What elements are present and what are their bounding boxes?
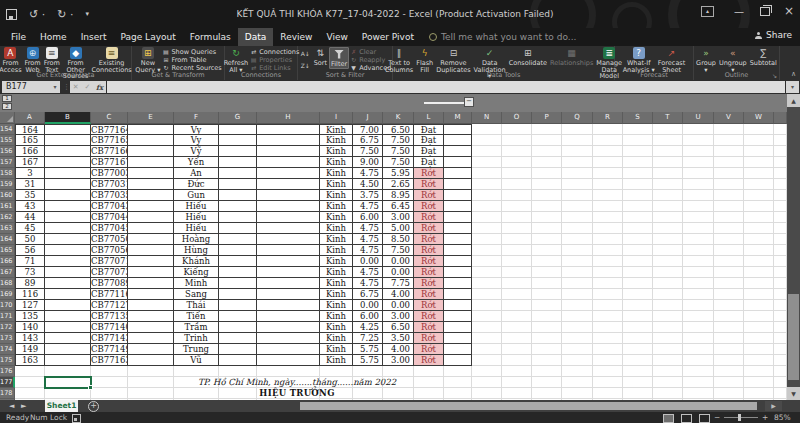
- cell-M163[interactable]: [444, 223, 472, 234]
- cell-B173[interactable]: [45, 333, 91, 344]
- undo-button[interactable]: ↺ ·: [29, 9, 45, 20]
- formula-input[interactable]: [107, 81, 785, 93]
- cell-F172[interactable]: Trầm: [174, 322, 219, 333]
- cell-L156[interactable]: Đạt: [414, 146, 444, 157]
- cell-M155[interactable]: [444, 135, 472, 146]
- cell-G172[interactable]: [219, 322, 257, 333]
- cell-E162[interactable]: [128, 212, 174, 223]
- cell-J170[interactable]: 0.00: [353, 300, 383, 311]
- row-header-169[interactable]: 169: [0, 289, 15, 300]
- cell-J162[interactable]: 6.00: [353, 212, 383, 223]
- row-header-167[interactable]: 167: [0, 267, 15, 278]
- cell-J154[interactable]: 7.00: [353, 124, 383, 135]
- cell-C160[interactable]: CB77035: [91, 190, 128, 201]
- cell-G171[interactable]: [219, 311, 257, 322]
- cell-C172[interactable]: CB77140: [91, 322, 128, 333]
- zoom-in-button[interactable]: +: [762, 412, 768, 423]
- cell-E161[interactable]: [128, 201, 174, 212]
- row-header-161[interactable]: 161: [0, 201, 15, 212]
- cell-M161[interactable]: [444, 201, 472, 212]
- column-header-N[interactable]: N: [472, 112, 502, 124]
- cell-E164[interactable]: [128, 234, 174, 245]
- cell-K174[interactable]: 4.00: [383, 344, 414, 355]
- cell-A175[interactable]: 163: [15, 355, 45, 366]
- column-header-S[interactable]: S: [623, 112, 653, 124]
- cell-M165[interactable]: [444, 245, 472, 256]
- text-to-columns-button[interactable]: ∥Text to Columns: [384, 47, 414, 73]
- cell-E170[interactable]: [128, 300, 174, 311]
- cell-F162[interactable]: Hiếu: [174, 212, 219, 223]
- cell-E163[interactable]: [128, 223, 174, 234]
- cell-G159[interactable]: [219, 179, 257, 190]
- cell-L166[interactable]: Rớt: [414, 256, 444, 267]
- cell-G169[interactable]: [219, 289, 257, 300]
- cell-L157[interactable]: Đạt: [414, 157, 444, 168]
- column-header-I[interactable]: I: [320, 112, 353, 124]
- from-access-button[interactable]: AFrom Access: [0, 47, 23, 73]
- ungroup-button[interactable]: «Ungroup ▾: [718, 47, 748, 73]
- cell-G163[interactable]: [219, 223, 257, 234]
- expand-formula-bar-icon[interactable]: ▾: [786, 81, 799, 93]
- cell-F164[interactable]: Hoàng: [174, 234, 219, 245]
- cell-J175[interactable]: 5.75: [353, 355, 383, 366]
- cell-L170[interactable]: Rớt: [414, 300, 444, 311]
- row-header-171[interactable]: 171: [0, 311, 15, 322]
- tab-review[interactable]: Review: [273, 28, 319, 46]
- connections-button[interactable]: ⇄Connections: [250, 48, 299, 55]
- tab-formulas[interactable]: Formulas: [183, 28, 238, 46]
- cell-B166[interactable]: [45, 256, 91, 267]
- cell-I160[interactable]: Kinh: [320, 190, 353, 201]
- cell-F166[interactable]: Khánh: [174, 256, 219, 267]
- cell-G167[interactable]: [219, 267, 257, 278]
- column-header-B[interactable]: B: [45, 112, 91, 124]
- cell-F160[interactable]: Gun: [174, 190, 219, 201]
- from-web-button[interactable]: ⊕From Web: [24, 47, 42, 73]
- tab-power-pivot[interactable]: Power Pivot: [355, 28, 421, 46]
- forecast-sheet-button[interactable]: ↗Forecast Sheet: [657, 47, 687, 73]
- cell-I154[interactable]: Kinh: [320, 124, 353, 135]
- cell-F158[interactable]: An: [174, 168, 219, 179]
- cell-K161[interactable]: 6.45: [383, 201, 414, 212]
- cell-C154[interactable]: CB77164: [91, 124, 128, 135]
- cell-J172[interactable]: 4.25: [353, 322, 383, 333]
- cell-B164[interactable]: [45, 234, 91, 245]
- cell-B169[interactable]: [45, 289, 91, 300]
- cell-F157[interactable]: Yến: [174, 157, 219, 168]
- cell-K169[interactable]: 4.00: [383, 289, 414, 300]
- cell-F171[interactable]: Tiến: [174, 311, 219, 322]
- cell-M162[interactable]: [444, 212, 472, 223]
- horizontal-scrollbar-thumb[interactable]: [300, 402, 757, 410]
- cell-C170[interactable]: CB77127: [91, 300, 128, 311]
- cell-A165[interactable]: 56: [15, 245, 45, 256]
- cell-L164[interactable]: Rớt: [414, 234, 444, 245]
- cell-J174[interactable]: 5.75: [353, 344, 383, 355]
- cell-I164[interactable]: Kinh: [320, 234, 353, 245]
- row-header-154[interactable]: 154: [0, 124, 15, 135]
- row-header-159[interactable]: 159: [0, 179, 15, 190]
- cell-C174[interactable]: CB77149: [91, 344, 128, 355]
- cell-C171[interactable]: CB77135: [91, 311, 128, 322]
- selection-fill-handle[interactable]: [88, 385, 93, 390]
- cell-H173[interactable]: [257, 333, 320, 344]
- cell-H167[interactable]: [257, 267, 320, 278]
- cell-F173[interactable]: Trinh: [174, 333, 219, 344]
- cell-L162[interactable]: Rớt: [414, 212, 444, 223]
- restore-button[interactable]: [760, 0, 770, 22]
- cell-F154[interactable]: Vy: [174, 124, 219, 135]
- subtotal-button[interactable]: ∑Subtotal: [749, 47, 778, 67]
- cell-E166[interactable]: [128, 256, 174, 267]
- recent-sources-button[interactable]: ↻Recent Sources: [162, 64, 221, 71]
- cell-C156[interactable]: CB77166: [91, 146, 128, 157]
- cell-A170[interactable]: 127: [15, 300, 45, 311]
- row-header-155[interactable]: 155: [0, 135, 15, 146]
- outline-level-2-button[interactable]: 2: [2, 103, 12, 110]
- cell-L168[interactable]: Rớt: [414, 278, 444, 289]
- cell-E165[interactable]: [128, 245, 174, 256]
- tab-view[interactable]: View: [319, 28, 354, 46]
- cell-L175[interactable]: Rớt: [414, 355, 444, 366]
- cell-M172[interactable]: [444, 322, 472, 333]
- cell-F161[interactable]: Hiếu: [174, 201, 219, 212]
- cell-I171[interactable]: Kinh: [320, 311, 353, 322]
- tell-me-box[interactable]: Tell me what you want to do...: [429, 28, 576, 46]
- edit-links-button[interactable]: ⇄Edit Links: [250, 64, 299, 71]
